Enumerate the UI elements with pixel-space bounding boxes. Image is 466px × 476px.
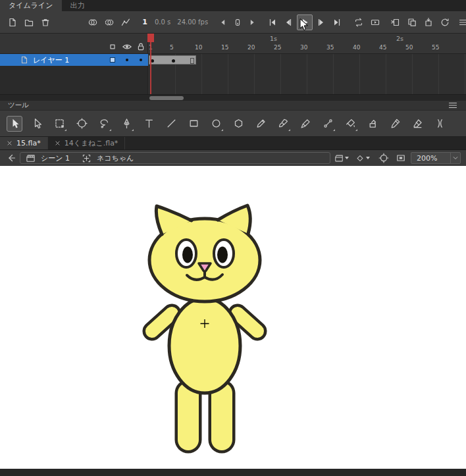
close-tab-icon[interactable]	[55, 140, 61, 146]
paste-frames-button[interactable]	[421, 15, 436, 30]
go-to-first-frame-button[interactable]	[265, 15, 280, 30]
layer-visible-dot[interactable]	[126, 59, 128, 61]
selection-tool[interactable]	[7, 116, 22, 132]
close-tab-icon[interactable]	[7, 140, 13, 146]
text-tool[interactable]	[141, 116, 157, 132]
zoom-select[interactable]: 200%	[411, 152, 461, 164]
breadcrumb-symbol[interactable]: ネコちゃん	[97, 153, 134, 163]
frame-number-label: 10	[195, 44, 202, 51]
layer-list-empty-area[interactable]	[0, 66, 148, 94]
chevron-down-icon	[366, 157, 370, 159]
timeline-scrollbar-thumb[interactable]	[149, 96, 184, 100]
tab-timeline[interactable]: タイムライン	[0, 0, 62, 11]
rectangle-tool[interactable]	[186, 116, 201, 132]
playhead-marker[interactable]	[147, 34, 154, 42]
center-stage-button[interactable]	[376, 152, 391, 164]
step-forward-button[interactable]	[246, 15, 258, 30]
document-tab-1[interactable]: 15.fla*	[0, 137, 48, 149]
span-end-marker	[190, 58, 194, 64]
eye-icon[interactable]	[122, 41, 132, 52]
frame-number-label: 5	[170, 44, 174, 51]
center-frame-button[interactable]	[231, 15, 244, 30]
zoom-value: 200%	[411, 154, 450, 163]
back-button[interactable]	[4, 152, 18, 164]
previous-frame-button[interactable]	[281, 15, 296, 30]
layer-type-icon	[20, 55, 29, 65]
loop-playback-button[interactable]	[351, 15, 366, 30]
layer-column-header	[0, 34, 148, 54]
edit-multiple-frames-button[interactable]	[118, 15, 133, 30]
tools-panel-header: ツール	[0, 101, 466, 111]
pencil-tool[interactable]	[253, 116, 269, 132]
pen-tool[interactable]	[118, 116, 134, 132]
playhead-line	[150, 42, 151, 94]
play-button[interactable]	[297, 14, 313, 30]
edit-bar: シーン 1 ネコちゃん 200%	[0, 150, 466, 166]
width-tool[interactable]	[432, 116, 448, 132]
classic-brush-tool[interactable]	[275, 116, 291, 132]
frame-span[interactable]	[149, 55, 196, 65]
bottom-strip	[0, 469, 466, 476]
layer-name[interactable]: レイヤー 1	[33, 55, 69, 65]
paint-bucket-tool[interactable]	[342, 116, 358, 132]
play-range-button[interactable]	[368, 15, 382, 30]
clip-content-button[interactable]	[394, 152, 408, 164]
polystar-tool[interactable]	[230, 116, 246, 132]
ink-bottle-tool[interactable]	[365, 116, 380, 132]
next-frame-button[interactable]	[314, 15, 328, 30]
delete-layer-button[interactable]	[38, 15, 53, 30]
scene-icon	[26, 153, 36, 163]
timeline-panel-tabs: タイムライン 出力	[0, 0, 466, 11]
seconds-label: 1s	[270, 35, 277, 42]
onion-skin-button[interactable]	[86, 15, 100, 30]
frame-info: 1 0.0 s 24.00 fps	[142, 18, 208, 26]
breadcrumb-scene[interactable]: シーン 1	[41, 153, 70, 163]
lock-icon[interactable]	[136, 41, 146, 52]
layer-row[interactable]: レイヤー 1	[0, 54, 148, 66]
keyframe-dot[interactable]	[172, 59, 175, 63]
new-folder-button[interactable]	[22, 15, 36, 30]
eyedropper-tool[interactable]	[387, 116, 403, 132]
edit-scene-button[interactable]	[334, 152, 349, 164]
elapsed-time: 0.0 s	[155, 18, 170, 26]
cat-artwork	[0, 166, 466, 469]
layer-outline-swatch[interactable]	[110, 57, 115, 63]
new-layer-button[interactable]	[5, 15, 20, 30]
frame-rate[interactable]: 24.00 fps	[177, 18, 208, 26]
oval-tool[interactable]	[208, 116, 224, 132]
toolbar	[0, 111, 466, 137]
frame-ruler[interactable]: 15101520253035404550551s2s	[148, 34, 466, 54]
paint-brush-tool[interactable]	[298, 116, 313, 132]
cut-frames-button[interactable]	[388, 15, 403, 30]
bone-tool[interactable]	[320, 116, 336, 132]
document-tab-2[interactable]: 14くまねこ.fla*	[48, 137, 126, 149]
tab-output[interactable]: 出力	[62, 0, 93, 11]
edit-symbols-button[interactable]	[355, 152, 370, 164]
reset-timeline-button[interactable]	[438, 15, 452, 30]
layer-lock-dot[interactable]	[140, 59, 142, 61]
step-back-button[interactable]	[217, 15, 229, 30]
eraser-tool[interactable]	[409, 116, 425, 132]
timeline-panel-menu-button[interactable]	[456, 15, 466, 30]
frame-number-label: 50	[405, 44, 413, 51]
copy-frames-button[interactable]	[405, 15, 419, 30]
frame-number-label: 25	[274, 44, 281, 51]
line-tool[interactable]	[163, 116, 179, 132]
free-transform-tool[interactable]	[51, 116, 67, 132]
outline-column-icon[interactable]	[107, 41, 118, 52]
lasso-tool[interactable]	[96, 116, 112, 132]
document-tabs: 15.fla* 14くまねこ.fla*	[0, 137, 466, 150]
chevron-down-icon	[345, 157, 349, 159]
cat-pupil-left	[182, 247, 193, 263]
animate-window: タイムライン 出力 1 0.0 s 24.00 fps	[0, 0, 466, 476]
gradient-transform-tool[interactable]	[74, 116, 90, 132]
frame-number-label: 35	[326, 44, 334, 51]
onion-skin-outlines-button[interactable]	[102, 15, 116, 30]
timeline-scrollbar[interactable]	[0, 94, 466, 101]
stage[interactable]	[0, 166, 466, 469]
timeline-toolbar: 1 0.0 s 24.00 fps	[0, 11, 466, 34]
subselection-tool[interactable]	[29, 116, 45, 132]
tools-panel-title: ツール	[8, 101, 29, 110]
tools-panel-menu-button[interactable]	[448, 100, 458, 111]
go-to-last-frame-button[interactable]	[330, 15, 344, 30]
